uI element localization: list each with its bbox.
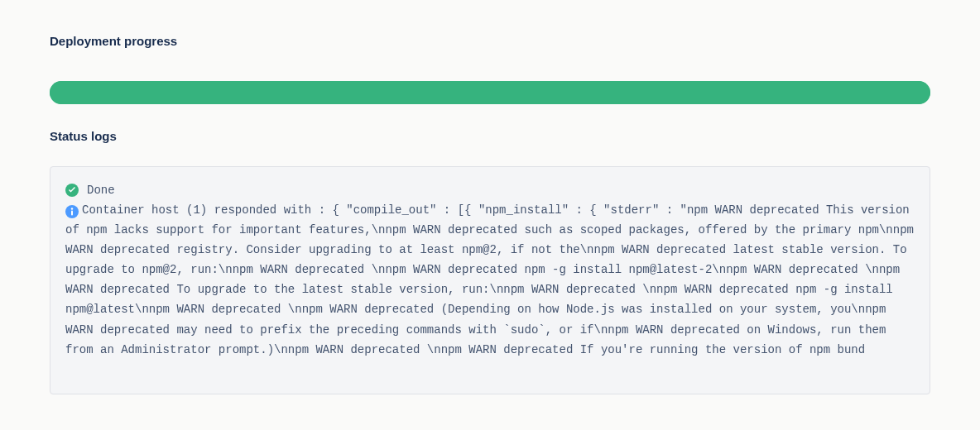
check-circle-icon: [65, 184, 79, 197]
svg-point-2: [71, 208, 73, 210]
status-logs-panel[interactable]: Done Container host (1) responded with :…: [50, 166, 930, 394]
log-entry: Container host (1) responded with : { "c…: [65, 200, 915, 360]
status-logs-title: Status logs: [50, 129, 930, 143]
log-entry: Done: [65, 180, 915, 200]
deployment-panel: Deployment progress Status logs Done Con: [0, 0, 980, 394]
deployment-progress-title: Deployment progress: [50, 34, 930, 48]
info-circle-icon: [65, 203, 79, 217]
log-text: Container host (1) responded with : { "c…: [65, 203, 914, 356]
svg-rect-3: [71, 211, 73, 216]
log-text: Done: [87, 180, 115, 200]
progress-bar: [50, 81, 930, 104]
progress-bar-fill: [50, 81, 930, 104]
